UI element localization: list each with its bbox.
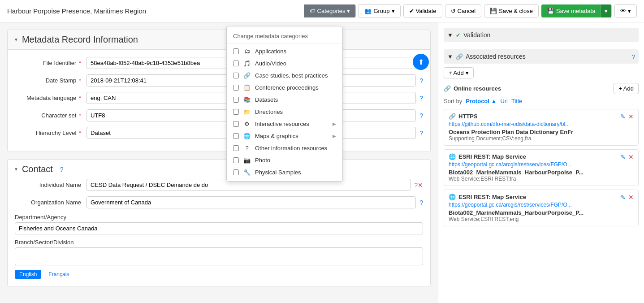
contact-section-title: Contact (22, 164, 53, 174)
resource-2-icon: 🌐 (449, 153, 456, 160)
add-resource-button[interactable]: + Add ▾ (444, 67, 474, 78)
resource-1-edit[interactable]: ✎ (620, 113, 626, 120)
category-maps-checkbox[interactable] (233, 133, 239, 139)
lang-tabs: English Français (15, 270, 423, 279)
category-other-checkbox[interactable] (233, 145, 239, 151)
category-audio-video-checkbox[interactable] (233, 61, 239, 66)
datasets-icon: 📚 (243, 96, 251, 103)
validation-header[interactable]: ▼ ✔ Validation (444, 28, 639, 42)
character-set-help[interactable]: ? (419, 112, 423, 119)
scroll-top-button[interactable]: ⬆ (413, 54, 429, 70)
resource-1-url[interactable]: https://github.com/dfo-mar-odis/data-dic… (449, 121, 573, 127)
categories-button-group: 🏷 Categories ▾ (304, 4, 356, 17)
save-metadata-group: 💾 Save metadata ▾ (541, 4, 612, 17)
individual-name-delete[interactable]: ✕ (418, 182, 423, 189)
sort-title[interactable]: Title (511, 98, 522, 104)
category-photo-checkbox[interactable] (233, 157, 239, 163)
date-stamp-help[interactable]: ? (419, 77, 423, 84)
resource-2-edit[interactable]: ✎ (620, 153, 626, 160)
eye-button[interactable]: 👁 ▾ (614, 4, 637, 17)
organization-name-label: Organization Name (15, 199, 86, 206)
metadata-section-header[interactable]: ▼ Metadata Record Information (8, 30, 430, 50)
validation-section: ▼ ✔ Validation (444, 28, 639, 42)
organization-name-help[interactable]: ? (419, 199, 423, 206)
metadata-record-section: ▼ Metadata Record Information File Ident… (7, 30, 431, 152)
associated-resources-header[interactable]: ▼ 🔗 Associated resources ? (444, 49, 639, 64)
sort-url[interactable]: Url (500, 98, 508, 104)
online-resources-container: 🔗 Online resources + Add Sort by Protoco… (444, 83, 639, 226)
organization-name-input[interactable] (86, 196, 416, 208)
sort-protocol[interactable]: Protocol ▲ (466, 98, 497, 104)
app-header: Harbour Porpoise Presence, Maritimes Reg… (0, 0, 644, 22)
resource-item-3: 🌐 ESRI REST: Map Service https://geoport… (444, 190, 639, 226)
category-maps[interactable]: 🌐 Maps & graphics ▶ (227, 130, 342, 142)
add-online-resource-button[interactable]: + Add (614, 83, 639, 94)
online-resources-icon: 🔗 (444, 85, 451, 92)
sidebar: ▼ ✔ Validation ▼ 🔗 Associated resources … (438, 22, 644, 303)
conference-icon: 📋 (243, 84, 251, 91)
resource-3-url[interactable]: https://geoportal.gc.ca/arcgis/rest/serv… (449, 202, 583, 208)
hierarchy-level-row: Hierarchy Level * ? (15, 127, 423, 139)
hierarchy-level-help[interactable]: ? (419, 130, 423, 137)
category-case-studies[interactable]: 🔗 Case studies, best practices (227, 69, 342, 82)
category-physical-samples-checkbox[interactable] (233, 169, 239, 175)
sort-bar: Sort by Protocol ▲ Url Title (444, 98, 639, 104)
resource-2-url[interactable]: https://geoportal.gc.ca/arcgis/rest/serv… (449, 161, 583, 168)
category-datasets[interactable]: 📚 Datasets (227, 94, 342, 106)
dropdown-header: Change metadata categories (227, 29, 342, 43)
category-conference-checkbox[interactable] (233, 85, 239, 91)
metadata-language-help[interactable]: ? (419, 95, 423, 102)
associated-resources-body: + Add ▾ 🔗 Online resources + Add (444, 64, 639, 234)
category-directories[interactable]: 📁 Directories (227, 106, 342, 118)
resource-1-delete[interactable]: ✕ (628, 113, 634, 120)
physical-samples-icon: 🔧 (243, 169, 251, 176)
resource-3-edit[interactable]: ✎ (620, 194, 626, 201)
category-datasets-checkbox[interactable] (233, 97, 239, 103)
validate-button[interactable]: ✔ Validate (403, 4, 442, 17)
category-physical-samples[interactable]: 🔧 Physical Samples (227, 166, 342, 178)
online-resources-title: Online resources (454, 85, 501, 92)
individual-name-label: Individual Name (15, 182, 86, 188)
resource-item-2: 🌐 ESRI REST: Map Service https://geoport… (444, 149, 639, 186)
lang-tab-francais[interactable]: Français (44, 270, 73, 279)
validation-title: Validation (463, 31, 490, 39)
resource-2-delete[interactable]: ✕ (628, 153, 634, 160)
other-icon: ? (243, 145, 251, 152)
category-directories-checkbox[interactable] (233, 109, 239, 115)
lang-tab-english[interactable]: English (15, 270, 41, 279)
branch-label: Branch/Sector/Division (15, 239, 423, 246)
resource-1-meta: Supporting Document;CSV;eng,fra (449, 135, 573, 142)
contact-help[interactable]: ? (60, 166, 64, 173)
collapse-icon-validation: ▼ (447, 32, 453, 39)
category-conference[interactable]: 📋 Conference proceedings (227, 82, 342, 94)
metadata-section-title: Metadata Record Information (22, 35, 138, 45)
character-set-label: Character set * (15, 112, 86, 119)
maps-icon: 🌐 (243, 133, 251, 139)
category-applications-checkbox[interactable] (233, 48, 239, 54)
metadata-language-label: Metadata language * (15, 95, 86, 101)
category-audio-video[interactable]: 🎵 Audio/Video (227, 57, 342, 69)
category-applications[interactable]: 🗂 Applications (227, 45, 342, 57)
group-button[interactable]: 👥 Group ▾ (359, 4, 400, 17)
categories-button[interactable]: 🏷 Categories ▾ (304, 4, 356, 17)
category-photo[interactable]: 📷 Photo (227, 154, 342, 166)
resource-3-delete[interactable]: ✕ (628, 194, 634, 201)
contact-section-header[interactable]: ▼ Contact ? (8, 160, 430, 179)
individual-name-help[interactable]: ? (414, 182, 418, 189)
department-input[interactable] (15, 222, 423, 234)
associated-resources-help[interactable]: ? (632, 53, 635, 60)
resource-3-meta: Web Service;ESRI REST;eng (449, 216, 583, 222)
branch-input[interactable] (15, 247, 423, 265)
save-metadata-dropdown[interactable]: ▾ (601, 4, 612, 17)
organization-name-field: Organization Name ? (15, 196, 423, 208)
cancel-button[interactable]: ↺ Cancel (445, 4, 481, 17)
category-interactive-checkbox[interactable] (233, 121, 239, 127)
save-metadata-button[interactable]: 💾 Save metadata (541, 4, 601, 17)
organization-name-row: Organization Name ? (15, 196, 423, 208)
category-case-studies-checkbox[interactable] (233, 73, 239, 78)
save-close-button[interactable]: 💾 Save & close (484, 4, 539, 17)
resource-3-title: Biota002_MarineMammals_HarbourPorpoise_P… (449, 209, 583, 216)
category-interactive[interactable]: ⚙ Interactive resources ▶ (227, 118, 342, 130)
category-other[interactable]: ? Other information resources (227, 142, 342, 154)
department-label: Department/Agency (15, 214, 423, 221)
